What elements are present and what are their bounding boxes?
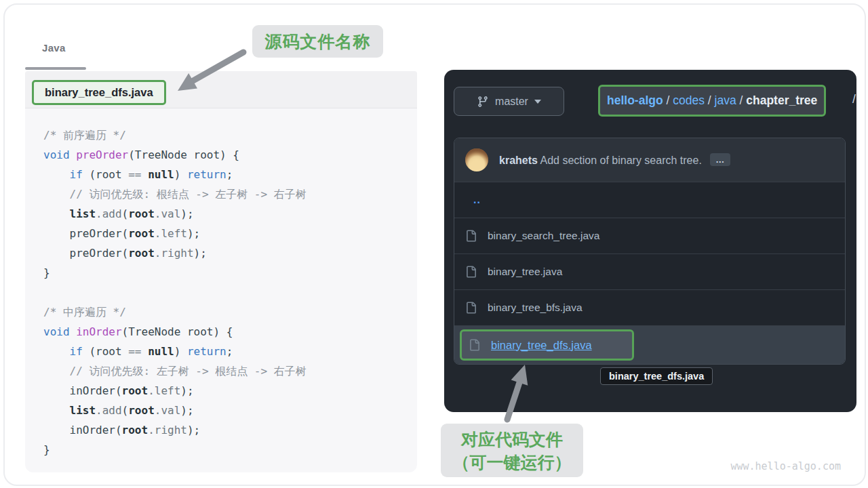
breadcrumb-highlight-box: hello-algo / codes / java / chapter_tree <box>598 85 826 117</box>
breadcrumb-separator: / <box>705 94 715 108</box>
breadcrumb-trailing-slash: / <box>852 92 856 106</box>
file-row-binary-search-tree[interactable]: binary_search_tree.java <box>454 218 845 253</box>
commit-message[interactable]: Add section of binary search tree. <box>538 155 702 166</box>
source-filename: binary_tree_dfs.java <box>45 86 153 99</box>
code-block: /* 前序遍历 */void preOrder(TreeNode root) {… <box>43 125 307 460</box>
chevron-down-icon <box>534 100 541 104</box>
parent-dir-link[interactable]: .. <box>465 194 481 206</box>
file-icon <box>469 338 480 352</box>
source-filename-highlight-box: binary_tree_dfs.java <box>32 80 166 105</box>
parent-dir-row[interactable]: .. <box>454 182 845 218</box>
file-tooltip: binary_tree_dfs.java <box>600 367 713 385</box>
figure-card: Java binary_tree_dfs.java /* 前序遍历 */void… <box>3 3 866 486</box>
file-row-binary-tree[interactable]: binary_tree.java <box>454 253 845 289</box>
highlighted-file-link[interactable]: binary_tree_dfs.java <box>491 339 592 352</box>
file-icon <box>465 265 477 279</box>
callout-code-file: 对应代码文件 （可一键运行） <box>441 424 583 477</box>
github-panel: master hello-algo / codes / java / chapt… <box>444 70 856 412</box>
file-list-box: krahets Add section of binary search tre… <box>454 138 846 365</box>
latest-commit-row: krahets Add section of binary search tre… <box>454 138 845 182</box>
branch-selector-button[interactable]: master <box>454 87 564 116</box>
file-name[interactable]: binary_search_tree.java <box>488 230 599 242</box>
code-panel: binary_tree_dfs.java /* 前序遍历 */void preO… <box>25 71 417 472</box>
commit-author[interactable]: krahets <box>499 155 538 166</box>
file-row-binary-tree-dfs[interactable]: binary_tree_dfs.java <box>454 325 845 364</box>
breadcrumb-codes[interactable]: codes <box>673 94 705 108</box>
file-highlight-box: binary_tree_dfs.java <box>460 329 634 361</box>
callout-code-file-line1: 对应代码文件 <box>441 428 583 451</box>
file-icon <box>465 301 477 314</box>
branch-name: master <box>495 96 528 108</box>
tab-java[interactable]: Java <box>42 42 66 54</box>
tab-active-indicator <box>25 67 86 70</box>
file-icon <box>465 229 477 243</box>
watermark: www.hello-algo.com <box>730 460 841 472</box>
commit-text: krahets Add section of binary search tre… <box>499 153 730 167</box>
git-branch-icon <box>477 96 489 108</box>
avatar[interactable] <box>465 148 488 171</box>
breadcrumb-current-dir: chapter_tree <box>746 94 817 108</box>
callout-code-file-line2: （可一键运行） <box>441 451 583 474</box>
callout-source-filename: 源码文件名称 <box>252 25 383 58</box>
breadcrumb-java[interactable]: java <box>715 94 736 108</box>
breadcrumb-separator: / <box>663 94 673 108</box>
breadcrumb-repo[interactable]: hello-algo <box>607 94 663 108</box>
commit-more-button[interactable]: … <box>710 153 730 166</box>
file-name[interactable]: binary_tree.java <box>488 266 562 278</box>
file-row-binary-tree-bfs[interactable]: binary_tree_bfs.java <box>454 289 845 325</box>
file-name[interactable]: binary_tree_bfs.java <box>488 302 583 314</box>
code-filename-strip: binary_tree_dfs.java <box>25 71 417 108</box>
breadcrumb-separator: / <box>736 94 747 108</box>
